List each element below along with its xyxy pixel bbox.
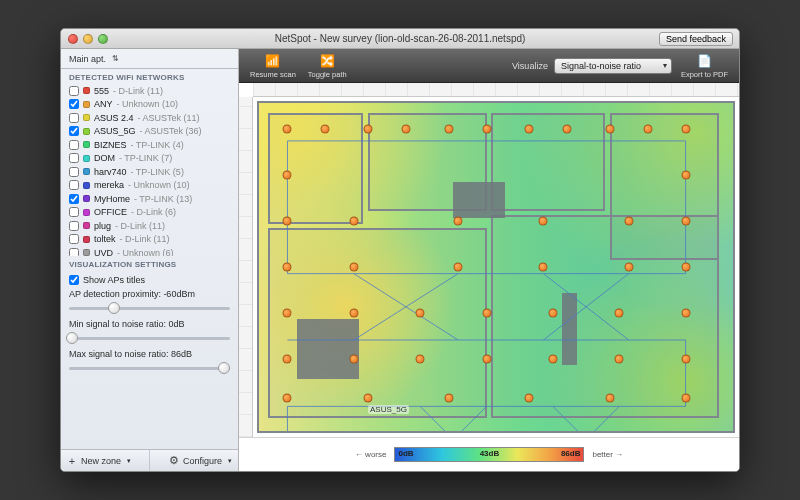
survey-point[interactable] bbox=[548, 354, 557, 363]
proximity-slider[interactable] bbox=[69, 301, 230, 315]
survey-point[interactable] bbox=[283, 354, 292, 363]
network-ssid: DOM bbox=[94, 152, 115, 165]
network-checkbox[interactable] bbox=[69, 99, 79, 109]
network-checkbox[interactable] bbox=[69, 180, 79, 190]
survey-point[interactable] bbox=[401, 125, 410, 134]
survey-point[interactable] bbox=[454, 263, 463, 272]
survey-point[interactable] bbox=[681, 308, 690, 317]
network-row[interactable]: UVD - Unknown (6) bbox=[61, 246, 238, 256]
visualize-value: Signal-to-noise ratio bbox=[561, 61, 641, 71]
network-checkbox[interactable] bbox=[69, 248, 79, 256]
network-checkbox[interactable] bbox=[69, 153, 79, 163]
survey-point[interactable] bbox=[416, 308, 425, 317]
survey-point[interactable] bbox=[416, 354, 425, 363]
survey-point[interactable] bbox=[283, 394, 292, 403]
show-aps-checkbox[interactable] bbox=[69, 275, 79, 285]
survey-point[interactable] bbox=[605, 394, 614, 403]
survey-point[interactable] bbox=[283, 125, 292, 134]
zoom-icon[interactable] bbox=[98, 34, 108, 44]
network-row[interactable]: mereka - Unknown (10) bbox=[61, 179, 238, 193]
network-row[interactable]: toltek - D-Link (11) bbox=[61, 233, 238, 247]
floorplan-canvas[interactable]: ASUS_5G bbox=[253, 97, 739, 437]
survey-point[interactable] bbox=[615, 354, 624, 363]
network-color-swatch bbox=[83, 209, 90, 216]
export-pdf-button[interactable]: 📄 Export to PDF bbox=[678, 52, 731, 80]
survey-point[interactable] bbox=[364, 394, 373, 403]
survey-point[interactable] bbox=[681, 125, 690, 134]
survey-point[interactable] bbox=[681, 171, 690, 180]
send-feedback-button[interactable]: Send feedback bbox=[659, 32, 733, 46]
network-row[interactable]: ANY - Unknown (10) bbox=[61, 98, 238, 112]
network-row[interactable]: 555 - D-Link (11) bbox=[61, 84, 238, 98]
network-row[interactable]: OFFICE - D-Link (6) bbox=[61, 206, 238, 220]
chevron-down-icon: ▾ bbox=[228, 457, 232, 465]
survey-point[interactable] bbox=[605, 125, 614, 134]
configure-button[interactable]: ⚙ Configure ▾ bbox=[150, 450, 238, 471]
survey-point[interactable] bbox=[444, 125, 453, 134]
zone-selector[interactable]: Main apt. ⇅ bbox=[61, 49, 238, 69]
survey-point[interactable] bbox=[349, 263, 358, 272]
max-snr-slider[interactable] bbox=[69, 361, 230, 375]
network-checkbox[interactable] bbox=[69, 194, 79, 204]
survey-point[interactable] bbox=[283, 308, 292, 317]
network-checkbox[interactable] bbox=[69, 167, 79, 177]
ruler-horizontal bbox=[253, 83, 739, 97]
survey-point[interactable] bbox=[643, 125, 652, 134]
survey-point[interactable] bbox=[283, 217, 292, 226]
survey-point[interactable] bbox=[482, 308, 491, 317]
survey-point[interactable] bbox=[548, 308, 557, 317]
survey-point[interactable] bbox=[482, 354, 491, 363]
network-row[interactable]: plug - D-Link (11) bbox=[61, 219, 238, 233]
survey-point[interactable] bbox=[681, 217, 690, 226]
toggle-path-button[interactable]: 🔀 Toggle path bbox=[305, 52, 350, 80]
min-snr-label: Min signal to noise ratio: 0dB bbox=[69, 319, 230, 329]
network-checkbox[interactable] bbox=[69, 113, 79, 123]
resume-scan-button[interactable]: 📶 Resume scan bbox=[247, 52, 299, 80]
survey-point[interactable] bbox=[624, 217, 633, 226]
survey-point[interactable] bbox=[349, 308, 358, 317]
survey-point[interactable] bbox=[615, 308, 624, 317]
survey-point[interactable] bbox=[539, 217, 548, 226]
network-row[interactable]: ASUS_5G - ASUSTek (36) bbox=[61, 125, 238, 139]
minimize-icon[interactable] bbox=[83, 34, 93, 44]
network-row[interactable]: DOM - TP-LINK (7) bbox=[61, 152, 238, 166]
survey-point[interactable] bbox=[321, 125, 330, 134]
close-icon[interactable] bbox=[68, 34, 78, 44]
survey-point[interactable] bbox=[563, 125, 572, 134]
legend-worse: ← worse bbox=[355, 450, 387, 459]
network-vendor: - Unknown (10) bbox=[117, 98, 179, 111]
network-row[interactable]: ASUS 2.4 - ASUSTek (11) bbox=[61, 111, 238, 125]
survey-point[interactable] bbox=[525, 125, 534, 134]
network-checkbox[interactable] bbox=[69, 221, 79, 231]
survey-point[interactable] bbox=[364, 125, 373, 134]
network-row[interactable]: BIZNES - TP-LINK (4) bbox=[61, 138, 238, 152]
network-row[interactable]: harv740 - TP-LINK (5) bbox=[61, 165, 238, 179]
survey-point[interactable] bbox=[349, 217, 358, 226]
updown-icon: ⇅ bbox=[112, 54, 119, 63]
survey-point[interactable] bbox=[283, 263, 292, 272]
new-zone-button[interactable]: + New zone ▾ bbox=[61, 450, 150, 471]
visualize-select[interactable]: Signal-to-noise ratio bbox=[554, 58, 672, 74]
network-checkbox[interactable] bbox=[69, 207, 79, 217]
network-checkbox[interactable] bbox=[69, 86, 79, 96]
survey-point[interactable] bbox=[681, 354, 690, 363]
network-checkbox[interactable] bbox=[69, 234, 79, 244]
survey-point[interactable] bbox=[454, 217, 463, 226]
network-checkbox[interactable] bbox=[69, 140, 79, 150]
survey-point[interactable] bbox=[525, 394, 534, 403]
network-vendor: - ASUSTek (36) bbox=[140, 125, 202, 138]
min-snr-slider[interactable] bbox=[69, 331, 230, 345]
survey-point[interactable] bbox=[444, 394, 453, 403]
survey-point[interactable] bbox=[482, 125, 491, 134]
survey-point[interactable] bbox=[681, 263, 690, 272]
survey-point[interactable] bbox=[283, 171, 292, 180]
survey-point[interactable] bbox=[349, 354, 358, 363]
legend-max: 86dB bbox=[561, 449, 581, 458]
pdf-icon: 📄 bbox=[695, 53, 713, 69]
network-color-swatch bbox=[83, 195, 90, 202]
survey-point[interactable] bbox=[681, 394, 690, 403]
network-row[interactable]: MyHome - TP-LINK (13) bbox=[61, 192, 238, 206]
survey-point[interactable] bbox=[624, 263, 633, 272]
survey-point[interactable] bbox=[539, 263, 548, 272]
network-checkbox[interactable] bbox=[69, 126, 79, 136]
